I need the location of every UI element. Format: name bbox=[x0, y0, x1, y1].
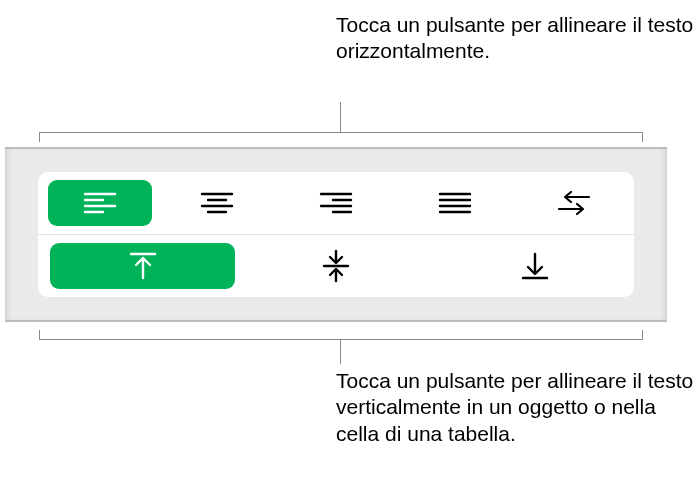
vertical-alignment-row bbox=[38, 235, 634, 297]
alignment-panel bbox=[5, 147, 667, 322]
callout-bracket bbox=[39, 132, 643, 142]
text-direction-icon bbox=[557, 190, 591, 216]
callout-horizontal-align: Tocca un pulsante per allineare il testo… bbox=[336, 12, 694, 65]
align-bottom-icon bbox=[521, 251, 549, 281]
align-middle-icon bbox=[322, 249, 350, 283]
align-center-icon bbox=[200, 191, 234, 215]
callout-bracket bbox=[39, 330, 643, 340]
align-right-button[interactable] bbox=[319, 191, 353, 215]
align-center-button[interactable] bbox=[200, 191, 234, 215]
align-justify-button[interactable] bbox=[438, 191, 472, 215]
callout-line bbox=[340, 102, 341, 132]
horizontal-alignment-row bbox=[38, 172, 634, 235]
align-middle-button[interactable] bbox=[322, 249, 350, 283]
align-left-button[interactable] bbox=[48, 180, 152, 226]
callout-line bbox=[340, 340, 341, 364]
align-top-button[interactable] bbox=[50, 243, 235, 289]
align-right-icon bbox=[319, 191, 353, 215]
align-justify-icon bbox=[438, 191, 472, 215]
align-top-icon bbox=[129, 251, 157, 281]
align-left-icon bbox=[83, 191, 117, 215]
text-direction-button[interactable] bbox=[557, 190, 591, 216]
align-bottom-button[interactable] bbox=[521, 251, 549, 281]
callout-vertical-align: Tocca un pulsante per allineare il testo… bbox=[336, 368, 694, 447]
